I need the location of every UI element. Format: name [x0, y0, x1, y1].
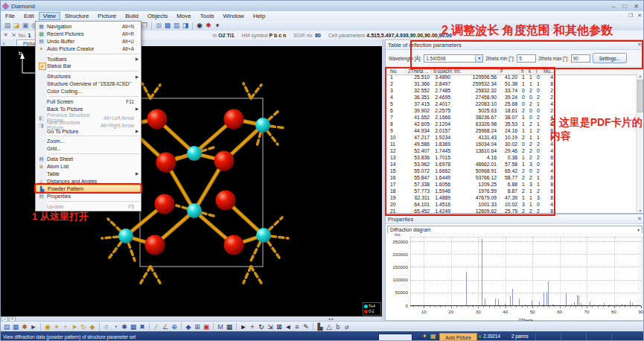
menu-item-color-coding-[interactable]: Color Coding... — [36, 88, 141, 95]
menu-help[interactable]: Help — [249, 12, 270, 20]
flower-icon[interactable]: ✱ — [120, 323, 129, 331]
menu-item-back-to-picture[interactable]: Back To Picture▶ — [36, 105, 141, 112]
open-folder-icon[interactable]: ◪ — [12, 22, 21, 30]
wizard-icon[interactable]: ✱ — [20, 323, 29, 331]
pointer-icon[interactable]: ► — [29, 323, 38, 331]
b-axis-icon[interactable]: b — [334, 323, 342, 331]
menu-item-structure-overview-of-15328-icsd-[interactable]: Structure Overview of "15328-ICSD" — [36, 80, 141, 88]
navigate-structure-icon[interactable]: ⇲ — [11, 32, 16, 38]
menu-file[interactable]: File — [1, 12, 19, 20]
menu-item-grid-[interactable]: Grid... — [36, 145, 141, 153]
back-view-icon[interactable]: ◄ — [284, 323, 293, 331]
fit-view-icon[interactable]: ⊠ — [275, 323, 284, 331]
grid-icon[interactable]: ▦ — [154, 22, 163, 30]
diffraction-peak — [485, 299, 485, 305]
menu-item-zoom-[interactable]: Zoom... — [36, 138, 141, 145]
menu-item-table[interactable]: Table▶ — [36, 170, 141, 178]
status-input-box[interactable] — [378, 334, 412, 341]
triangle-icon[interactable]: △ — [325, 323, 334, 331]
menu-objects[interactable]: Objects — [143, 12, 172, 20]
close-structure-icon[interactable]: ✕ — [4, 32, 8, 38]
add-atom-icon[interactable]: ⊕ — [170, 323, 179, 331]
annotation-box-wavelength — [410, 40, 643, 69]
translate-icon[interactable]: + — [61, 323, 70, 331]
picture-mode-icon[interactable]: ▦ — [430, 333, 436, 340]
orbit-icon[interactable]: ↻ — [79, 323, 88, 331]
reflection-table-scrollbar[interactable]: ▲▼ — [636, 74, 644, 213]
mdi-close-button[interactable]: ✕ — [637, 13, 642, 20]
properties-panel-close-icon[interactable]: ✕ — [637, 216, 642, 222]
molecule-m-icon[interactable]: M — [216, 323, 225, 331]
x-minor-tick — [500, 306, 500, 307]
menu-item-structures[interactable]: Structures▶ — [36, 73, 141, 80]
atom-circle-icon[interactable]: ○ — [102, 323, 111, 331]
menu-item-data-sheet[interactable]: ▤Data Sheet — [36, 156, 141, 163]
table-icon[interactable]: ▦ — [11, 323, 20, 331]
menu-edit[interactable]: Edit — [19, 12, 39, 20]
maximize-button[interactable]: □ — [622, 3, 626, 10]
menu-item-powder-pattern[interactable]: ▙Powder Pattern — [36, 185, 141, 192]
menu-item-full-screen[interactable]: Full ScreenF11 — [36, 98, 141, 106]
mdi-minimize-button[interactable]: ﹣ — [619, 13, 624, 20]
menu-build[interactable]: Build — [121, 12, 143, 20]
x-minor-tick — [418, 306, 419, 307]
powder-chart-icon[interactable]: ▙ — [316, 323, 325, 331]
snapshot-icon[interactable]: ◨ — [181, 22, 190, 30]
center-icon[interactable]: ◆ — [88, 323, 97, 331]
menu-item-auto-picture-creator[interactable]: ✦Auto Picture CreatorAlt+A — [36, 45, 141, 52]
scrollbar-thumb[interactable] — [637, 80, 643, 112]
menu-window[interactable]: Window — [218, 12, 248, 20]
render-icon[interactable]: ◉ — [195, 22, 204, 30]
video-icon[interactable]: ▥ — [172, 22, 181, 30]
molecule-icon[interactable]: ✱ — [204, 22, 213, 30]
x-minor-tick — [587, 306, 587, 307]
powder-pattern-icon: ▙ — [36, 186, 48, 191]
diffraction-peak — [546, 292, 547, 305]
select-mode-icon[interactable]: ► — [239, 323, 248, 331]
new-document-icon[interactable]: ▤ — [3, 22, 12, 30]
menu-item-distances-and-angles[interactable]: ∠Distances and Angles — [36, 177, 141, 185]
rotate-mode-icon[interactable]: ↻ — [257, 323, 266, 331]
menu-item-toolbars[interactable]: Toolbars▶ — [36, 55, 141, 63]
bond-icon[interactable]: ∕ — [152, 323, 161, 331]
measure-icon[interactable]: ∠ — [161, 323, 170, 331]
menu-view[interactable]: View — [39, 12, 60, 20]
auto-update-icon[interactable]: ✦ — [422, 333, 427, 340]
walk-icon[interactable]: ➤ — [70, 323, 79, 331]
matrix-icon[interactable]: ▦ — [225, 323, 234, 331]
menu-item-atom-list[interactable]: ≣Atom List — [36, 163, 141, 170]
destroy-icon[interactable]: ✖ — [138, 323, 147, 331]
menu-item-properties[interactable]: ▤Properties — [36, 192, 141, 200]
diameter-icon[interactable]: ⌀ — [342, 323, 351, 331]
rotate-sphere-icon[interactable]: ◉ — [43, 323, 52, 331]
minimize-button[interactable]: – — [612, 3, 615, 10]
status-parms: 2 parms — [511, 334, 529, 339]
save-icon[interactable]: ▣ — [21, 22, 30, 30]
chevron-down-icon[interactable]: ▼ — [637, 228, 642, 232]
close-button[interactable]: ✕ — [634, 3, 639, 10]
mdi-restore-button[interactable]: ❐ — [628, 13, 633, 20]
menu-structure[interactable]: Structure — [60, 12, 93, 20]
menu-picture[interactable]: Picture — [93, 12, 121, 20]
more-dropdown-icon[interactable]: ▾ — [213, 22, 222, 30]
menu-item-undo-buffer[interactable]: ▤Undo BufferAlt+U — [36, 37, 141, 45]
ellipsoid-icon[interactable]: ◔ — [111, 323, 120, 331]
menu-item-navigation[interactable]: ▦NavigationAlt+N — [36, 23, 141, 31]
move-mode-icon[interactable]: + — [248, 323, 257, 331]
menu-move[interactable]: Move — [172, 12, 196, 20]
menu-tools[interactable]: Tools — [196, 12, 219, 20]
mesh-icon[interactable]: ▦ — [129, 323, 138, 331]
menu-item-go-to-picture[interactable]: Go To Picture▶ — [36, 127, 141, 135]
spin-icon[interactable]: ✶ — [52, 323, 61, 331]
list-view-icon[interactable]: ≡ — [293, 323, 302, 331]
data-sheet-icon[interactable]: ▤ — [2, 323, 11, 331]
fill-icon[interactable]: ▣ — [202, 323, 211, 331]
picture-icon[interactable]: ▩ — [163, 22, 172, 30]
polyhedra-icon[interactable]: ◆ — [184, 323, 193, 331]
menu-item-status-bar[interactable]: ✓Status Bar — [36, 63, 141, 70]
pack-cell-icon[interactable]: ⊞ — [193, 323, 202, 331]
edit-icon[interactable]: ✎ — [302, 323, 310, 331]
zoom-mode-icon[interactable]: ⇲ — [266, 323, 275, 331]
menu-item-recent-pictures[interactable]: ▩Recent PicturesAlt+R — [36, 30, 141, 37]
status-auto-picture[interactable]: Auto Picture — [439, 333, 477, 341]
